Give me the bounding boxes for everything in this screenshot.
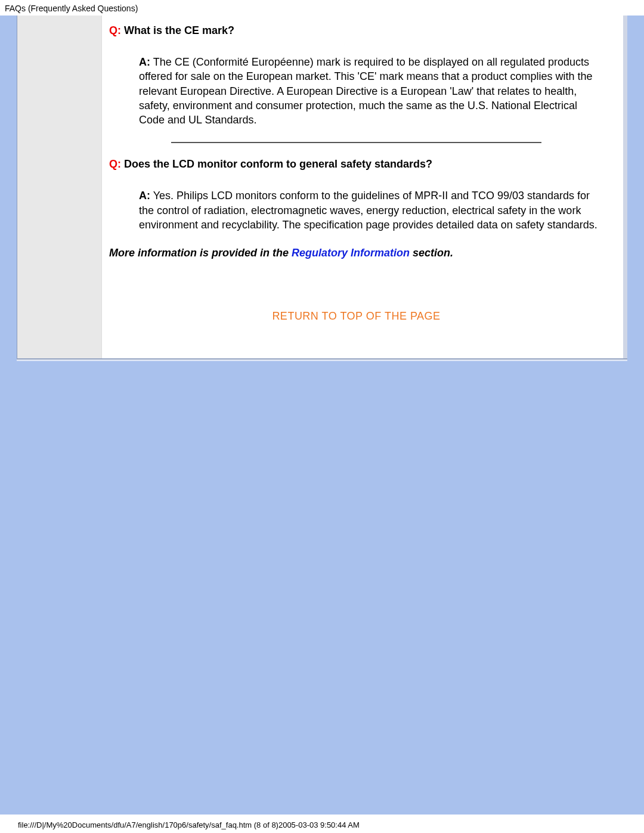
page-background: Q: What is the CE mark? A: The CE (Confo… [0,16,644,815]
faq-item: Q: What is the CE mark? A: The CE (Confo… [109,24,603,127]
faq-answer: A: Yes. Philips LCD monitors conform to … [109,188,603,232]
a-prefix: A: [139,190,150,202]
return-link-wrapper: RETURN TO TOP OF THE PAGE [109,310,603,323]
q-prefix: Q: [109,158,121,170]
sidebar [17,16,101,358]
faq-item: Q: Does the LCD monitor conform to gener… [109,158,603,232]
main-content: Q: What is the CE mark? A: The CE (Confo… [101,16,627,358]
faq-question: Q: Does the LCD monitor conform to gener… [109,158,603,171]
faq-question: Q: What is the CE mark? [109,24,603,37]
question-text: Does the LCD monitor conform to general … [121,158,432,170]
question-text: What is the CE mark? [121,24,234,36]
a-prefix: A: [139,56,150,68]
more-info-line: More information is provided in the Regu… [109,247,603,259]
page-header-title: FAQs (Frequently Asked Questions) [0,0,644,16]
answer-text: The CE (Conformité Européenne) mark is r… [139,56,593,126]
content-frame: Q: What is the CE mark? A: The CE (Confo… [17,16,627,359]
regulatory-information-link[interactable]: Regulatory Information [292,247,410,259]
q-prefix: Q: [109,24,121,36]
answer-text: Yes. Philips LCD monitors conform to the… [139,190,597,231]
section-divider [171,142,542,143]
frame-separator [17,359,627,361]
scrollbar[interactable] [623,16,627,358]
return-to-top-link[interactable]: RETURN TO TOP OF THE PAGE [272,310,440,322]
faq-answer: A: The CE (Conformité Européenne) mark i… [109,55,603,127]
more-info-suffix: section. [410,247,453,259]
footer-path: file:///D|/My%20Documents/dfu/A7/english… [0,817,644,833]
more-info-prefix: More information is provided in the [109,247,292,259]
